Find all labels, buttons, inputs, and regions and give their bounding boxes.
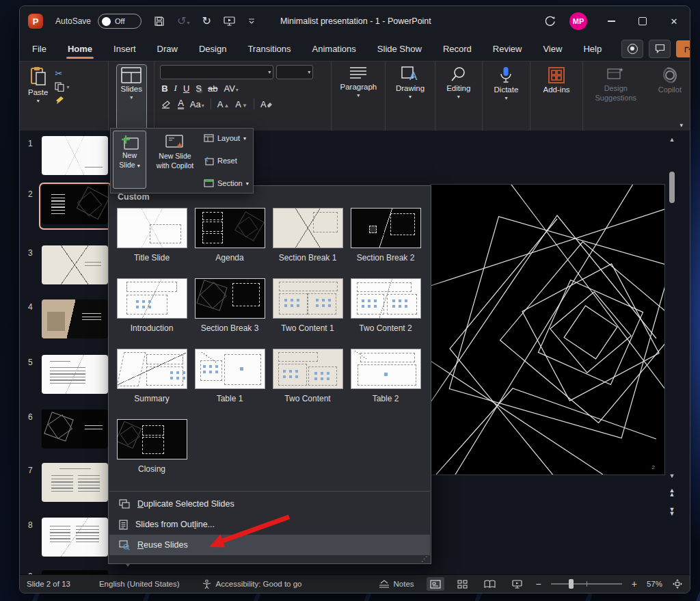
slide-thumbnail-2-selected[interactable] xyxy=(42,185,108,224)
zoom-in-button[interactable]: + xyxy=(632,578,637,589)
layout-introduction[interactable]: Introduction xyxy=(113,277,191,347)
design-suggestions-button[interactable]: Design Suggestions xyxy=(587,64,645,134)
layout-agenda[interactable]: Agenda xyxy=(191,206,269,277)
tab-record[interactable]: Record xyxy=(442,40,473,58)
minimize-button[interactable] xyxy=(595,6,627,36)
tab-transitions[interactable]: Transitions xyxy=(246,40,292,58)
slide-canvas[interactable]: 2 xyxy=(430,184,665,475)
slideshow-view-button[interactable] xyxy=(509,577,526,591)
copilot-sparkle-icon[interactable] xyxy=(538,15,561,28)
zoom-slider-thumb[interactable] xyxy=(569,579,574,589)
notes-button[interactable]: Notes xyxy=(379,580,414,589)
start-slideshow-icon[interactable] xyxy=(224,16,235,27)
accessibility-indicator[interactable]: Accessibility: Good to go xyxy=(202,579,302,589)
tab-slide-show[interactable]: Slide Show xyxy=(376,40,423,58)
tab-animations[interactable]: Animations xyxy=(311,40,358,58)
font-size-combo[interactable]: ▾ xyxy=(276,65,313,79)
language-indicator[interactable]: English (United States) xyxy=(99,580,180,588)
slide-thumbnail-5[interactable] xyxy=(42,355,108,394)
text-shadow-button[interactable]: S xyxy=(196,83,202,94)
collapse-ribbon-icon[interactable]: ▾ xyxy=(679,122,683,129)
fit-slide-button[interactable] xyxy=(672,578,683,589)
italic-button[interactable]: I xyxy=(174,83,177,94)
save-icon[interactable] xyxy=(154,16,165,27)
editor-scrollbar[interactable]: ▲ ▼ xyxy=(668,136,676,478)
layout-two-content-1[interactable]: Two Content 1 xyxy=(269,277,347,347)
paste-button[interactable]: Paste ▾ xyxy=(24,64,52,134)
undo-button[interactable]: ↺▾ xyxy=(177,15,189,27)
highlight-button[interactable] xyxy=(161,100,172,109)
user-avatar[interactable]: MP xyxy=(569,12,587,30)
slides-menu-button[interactable]: Slides ▾ xyxy=(116,64,147,134)
zoom-out-button[interactable]: − xyxy=(536,578,541,589)
powerpoint-logo-icon[interactable]: P xyxy=(28,14,43,29)
scrollbar-thumb[interactable] xyxy=(669,172,675,203)
tab-review[interactable]: Review xyxy=(492,40,524,58)
scroll-down-icon[interactable]: ▼ xyxy=(668,472,676,479)
layout-two-content-2[interactable]: Two Content 2 xyxy=(347,277,425,347)
section-menu-button[interactable]: Section▾ xyxy=(204,179,249,187)
zoom-level[interactable]: 57% xyxy=(647,580,662,588)
slide-sorter-view-button[interactable] xyxy=(454,577,472,591)
tab-home[interactable]: Home xyxy=(66,40,94,58)
paragraph-button[interactable]: Paragraph ▾ xyxy=(336,64,381,134)
layout-title-slide[interactable]: Title Slide xyxy=(113,206,191,277)
zoom-slider[interactable] xyxy=(551,583,622,585)
slide-thumbnail-4[interactable] xyxy=(42,299,108,338)
close-button[interactable]: ✕ xyxy=(658,6,690,36)
drawing-button[interactable]: A Drawing ▾ xyxy=(392,64,429,134)
dictate-button[interactable]: Dictate ▾ xyxy=(490,64,523,134)
layout-section-break-1[interactable]: Section Break 1 xyxy=(269,206,347,277)
autosave-toggle[interactable]: Off xyxy=(98,14,142,29)
font-name-combo[interactable]: ▾ xyxy=(160,65,273,79)
tab-insert[interactable]: Insert xyxy=(112,40,137,58)
slide-thumbnail-8[interactable] xyxy=(42,518,108,557)
layout-table-2[interactable]: Table 2 xyxy=(347,347,425,418)
tab-design[interactable]: Design xyxy=(198,40,228,58)
tab-file[interactable]: File xyxy=(31,40,48,58)
slide-thumbnail-3[interactable] xyxy=(42,245,108,284)
layout-section-break-3[interactable]: Section Break 3 xyxy=(191,277,269,347)
change-case-button[interactable]: Aa▾ xyxy=(190,99,204,109)
reading-view-button[interactable] xyxy=(481,577,499,591)
slide-thumbnail-7[interactable] xyxy=(42,463,108,502)
underline-button[interactable]: U xyxy=(183,83,189,94)
maximize-button[interactable] xyxy=(627,6,658,36)
cut-button[interactable]: ✂ xyxy=(55,68,69,79)
copy-button[interactable]: ▾ xyxy=(55,82,69,92)
new-slide-with-copilot-button[interactable]: New Slidewith Copilot xyxy=(146,131,204,191)
slide-thumbnail-6[interactable] xyxy=(42,410,108,449)
comments-button[interactable] xyxy=(649,40,671,58)
strikethrough-button[interactable]: ab xyxy=(208,83,217,94)
addins-button[interactable]: Add-ins xyxy=(539,64,574,134)
next-slide-button[interactable]: ▼▼ xyxy=(667,508,677,516)
duplicate-selected-slides-item[interactable]: Duplicate Selected Slides xyxy=(109,494,430,514)
reset-button[interactable]: Reset xyxy=(204,157,249,165)
tab-view[interactable]: View xyxy=(541,40,563,58)
layout-closing[interactable]: Closing xyxy=(113,418,191,488)
normal-view-button[interactable] xyxy=(427,577,444,591)
layout-summary[interactable]: Summary xyxy=(113,347,191,418)
tab-help[interactable]: Help xyxy=(582,40,603,58)
customize-qat-icon[interactable] xyxy=(247,18,256,25)
editing-button[interactable]: Editing ▾ xyxy=(442,64,474,134)
format-painter-button[interactable] xyxy=(55,95,69,105)
clear-formatting-button[interactable]: A xyxy=(260,99,273,109)
bold-button[interactable]: B xyxy=(161,83,167,94)
layout-two-content[interactable]: Two Content xyxy=(269,347,347,418)
share-button[interactable]: ▾ xyxy=(676,40,690,57)
shrink-font-button[interactable]: A▼ xyxy=(235,99,247,109)
character-spacing-button[interactable]: AV▾ xyxy=(224,83,238,94)
redo-button[interactable]: ↻ xyxy=(202,16,211,27)
font-color-button[interactable]: A xyxy=(178,98,184,109)
scroll-up-icon[interactable]: ▲ xyxy=(668,136,676,143)
slide-thumbnail-1[interactable] xyxy=(42,136,108,175)
layout-section-break-2[interactable]: Section Break 2 xyxy=(347,206,425,277)
tab-draw[interactable]: Draw xyxy=(156,40,179,58)
layout-table-1[interactable]: Table 1 xyxy=(191,347,269,418)
new-slide-button[interactable]: NewSlide ▾ xyxy=(113,131,146,189)
record-button[interactable] xyxy=(621,40,643,58)
grow-font-button[interactable]: A▲ xyxy=(217,99,230,109)
layout-menu-button[interactable]: Layout▾ xyxy=(204,134,249,142)
slide-indicator[interactable]: Slide 2 of 13 xyxy=(27,580,70,588)
